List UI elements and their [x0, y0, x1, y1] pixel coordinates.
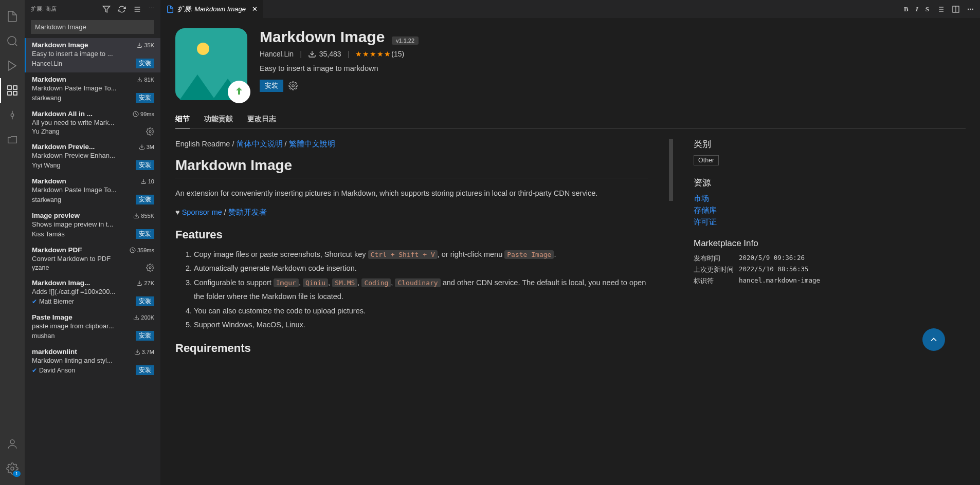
extension-search-input[interactable] [31, 20, 154, 34]
extension-list-item[interactable]: Markdown PDF 359ms Convert Markdown to P… [25, 243, 160, 276]
link-simplified-chinese[interactable]: 简体中文说明 [237, 140, 283, 148]
more-actions-icon[interactable]: ⋯ [967, 5, 974, 13]
svg-marker-2 [9, 61, 16, 70]
rating[interactable]: ★★★★★(15) [355, 50, 404, 58]
extension-author: Kiss Tamás [32, 231, 65, 238]
list-icon[interactable] [936, 5, 945, 13]
italic-icon[interactable]: I [916, 5, 918, 13]
extension-name: Markdown All in ... [32, 110, 93, 118]
extension-author: Hancel.Lin [32, 60, 62, 67]
install-button[interactable]: 安装 [136, 296, 154, 306]
install-button[interactable]: 安装 [136, 160, 154, 170]
extensions-sidebar: 扩展: 商店 ⋯ Markdown Image 35K Easy to inse… [25, 0, 161, 485]
extension-list-item[interactable]: Markdown 10 Markdown Paste Image To... s… [25, 174, 160, 209]
settings-gear-icon[interactable]: 1 [0, 456, 25, 481]
tab-contributions[interactable]: 功能贡献 [204, 110, 233, 128]
extension-description: Adds ![](./cat.gif =100x200... [32, 288, 154, 295]
bold-icon[interactable]: B [904, 5, 909, 13]
extensions-icon[interactable] [0, 78, 25, 103]
install-button[interactable]: 安装 [136, 59, 154, 68]
svg-point-19 [149, 130, 151, 133]
tab-close-icon[interactable]: ✕ [252, 5, 258, 13]
scroll-to-top-button[interactable] [922, 328, 945, 351]
project-icon[interactable] [0, 127, 25, 152]
svg-point-37 [292, 85, 295, 87]
svg-rect-4 [13, 86, 17, 89]
extension-list-item[interactable]: Image preview 855K Shows image preview i… [25, 209, 160, 243]
svg-rect-6 [13, 91, 17, 95]
publisher-name[interactable]: Hancel.Lin [260, 50, 294, 58]
version-badge: v1.1.22 [392, 36, 419, 45]
explorer-icon[interactable] [0, 4, 25, 29]
extension-list-item[interactable]: markdownlint 3.7M Markdown linting and s… [25, 345, 160, 379]
tab-details[interactable]: 细节 [175, 110, 190, 128]
extension-name: Markdown Image [32, 41, 88, 49]
extension-stat: 359ms [130, 247, 154, 253]
extension-list-item[interactable]: Markdown Previe... 3M Markdown Preview E… [25, 140, 160, 174]
license-link[interactable]: 许可证 [694, 217, 827, 227]
extension-author: yzane [32, 264, 49, 271]
extension-description: Markdown Paste Image To... [32, 186, 154, 194]
strike-icon[interactable]: S [925, 5, 929, 13]
extension-stat: 35K [136, 42, 154, 48]
svg-point-24 [149, 267, 151, 269]
extension-list-item[interactable]: Markdown Imag... 27K Adds ![](./cat.gif … [25, 276, 160, 310]
extension-author: Yiyi Wang [32, 162, 60, 169]
svg-rect-3 [8, 86, 11, 89]
extension-title: Markdown Image [260, 28, 385, 46]
readme-intro: An extension for conveniently inserting … [175, 188, 648, 199]
tab-extension-detail[interactable]: 扩展: Markdown Image ✕ [161, 0, 263, 18]
extension-name: Markdown Imag... [32, 279, 90, 287]
scrollbar[interactable] [669, 139, 673, 201]
marketplace-link[interactable]: 市场 [694, 194, 827, 203]
split-editor-icon[interactable] [952, 5, 960, 13]
readme-title: Markdown Image [175, 157, 648, 178]
manage-icon[interactable] [146, 127, 154, 136]
git-lens-icon[interactable] [0, 103, 25, 127]
extension-list-item[interactable]: Markdown 81K Markdown Paste Image To... … [25, 72, 160, 107]
readme-content: English Readme / 简体中文说明 / 繁體中文說明 Markdow… [175, 138, 648, 361]
extension-list-item[interactable]: Markdown Image 35K Easy to insert a imag… [25, 38, 160, 72]
category-tag[interactable]: Other [694, 155, 719, 165]
manage-gear-icon[interactable] [288, 81, 298, 90]
extension-stat: 200K [133, 314, 154, 321]
extension-list-item[interactable]: Paste Image 200K paste image from clipbo… [25, 310, 160, 345]
sponsor-link[interactable]: Sponsor me [182, 208, 222, 216]
extension-list-item[interactable]: Markdown All in ... 99ms All you need to… [25, 107, 160, 140]
install-button[interactable]: 安装 [260, 80, 283, 92]
refresh-icon[interactable] [118, 5, 126, 13]
tab-changelog[interactable]: 更改日志 [247, 110, 276, 128]
install-count: 35,483 [308, 50, 341, 58]
clear-icon[interactable] [133, 5, 141, 13]
repository-link[interactable]: 存储库 [694, 206, 827, 215]
manage-icon[interactable] [146, 264, 154, 272]
extension-description: Markdown Paste Image To... [32, 84, 154, 92]
install-button[interactable]: 安装 [136, 331, 154, 341]
extension-stat: 855K [133, 213, 154, 219]
link-traditional-chinese[interactable]: 繁體中文說明 [289, 140, 335, 148]
install-button[interactable]: 安装 [136, 195, 154, 204]
install-button[interactable]: 安装 [136, 93, 154, 103]
feature-item: Configurable to support Imgur, Qiniu, SM… [194, 276, 648, 304]
extension-author: starkwang [32, 196, 61, 203]
more-icon[interactable]: ⋯ [149, 5, 154, 13]
accounts-icon[interactable] [0, 432, 25, 456]
install-button[interactable]: 安装 [136, 229, 154, 239]
marketplace-info-heading: Marketplace Info [694, 238, 827, 249]
sidebar-title: 扩展: 商店 [31, 5, 57, 13]
extension-description: Convert Markdown to PDF [32, 255, 154, 263]
extension-description: Markdown Preview Enhan... [32, 152, 154, 159]
filter-icon[interactable] [102, 5, 111, 13]
install-button[interactable]: 安装 [136, 365, 154, 375]
svg-point-0 [8, 36, 16, 45]
search-icon[interactable] [0, 29, 25, 53]
extension-stat: 99ms [133, 111, 154, 117]
run-debug-icon[interactable] [0, 53, 25, 78]
sponsor-cn-link[interactable]: 赞助开发者 [228, 208, 267, 216]
extension-description: paste image from clipboar... [32, 322, 154, 330]
feature-item: Copy image files or paste screenshots, S… [194, 248, 648, 262]
extension-description: Markdown linting and styl... [32, 357, 154, 364]
extension-stat: 3M [139, 144, 154, 150]
svg-line-1 [15, 44, 17, 46]
categories-heading: 类别 [694, 138, 827, 150]
